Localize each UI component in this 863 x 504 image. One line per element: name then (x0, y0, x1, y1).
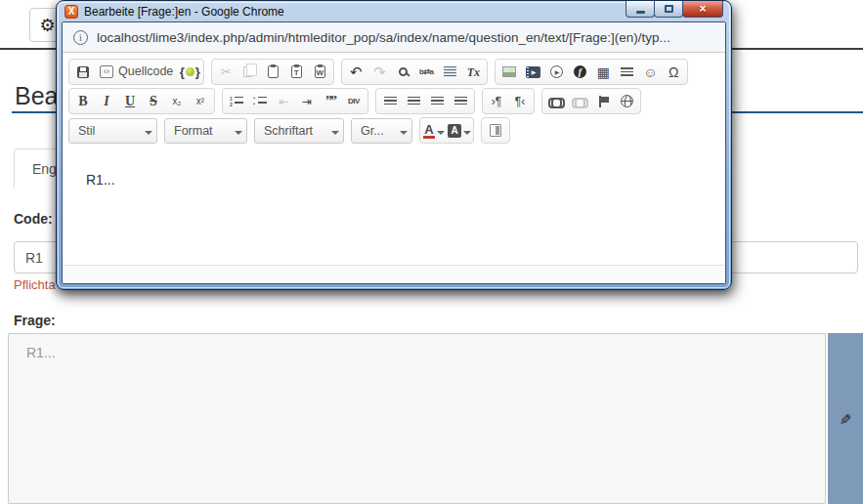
maximize-button[interactable] (654, 1, 683, 18)
media-player-button[interactable] (544, 61, 568, 84)
font-dropdown[interactable]: Schriftart (254, 118, 344, 144)
strikethrough-button[interactable]: S (142, 90, 165, 113)
info-icon[interactable]: i (73, 30, 88, 45)
bg-color-button[interactable]: A (448, 119, 471, 143)
maximize-editor-button[interactable] (484, 119, 507, 143)
style-dropdown[interactable]: Stil (68, 118, 157, 144)
font-dropdown-label: Schriftart (264, 124, 313, 138)
subscript-button[interactable]: x₂ (165, 90, 189, 113)
open-editor-strip[interactable]: ✎ (828, 333, 863, 504)
text-color-icon: A (423, 123, 434, 139)
minimize-button[interactable] (626, 1, 655, 18)
globe-icon (621, 95, 633, 107)
italic-button[interactable]: I (95, 90, 118, 113)
close-button[interactable]: × (682, 1, 723, 18)
chevron-down-icon (331, 131, 339, 139)
outdent-button[interactable]: ⇤ (272, 90, 295, 113)
underline-button[interactable]: U (118, 90, 142, 113)
paste-word-button[interactable] (308, 61, 331, 84)
copy-button[interactable] (237, 61, 261, 84)
image-button[interactable] (497, 61, 521, 84)
paste-text-button[interactable] (284, 61, 308, 84)
cut-button[interactable]: ✂ (214, 61, 237, 84)
smiley-icon: ☺ (643, 65, 657, 79)
image-icon (502, 66, 516, 77)
chevron-down-icon (463, 131, 471, 139)
close-icon: × (699, 2, 706, 16)
numbered-list-button[interactable] (225, 90, 248, 113)
dir-ltr-icon: ›¶ (492, 96, 501, 107)
window-titlebar[interactable]: X Bearbeite [Frage:]en - Google Chrome × (57, 1, 731, 21)
unlink-icon (572, 98, 588, 105)
bullet-list-button[interactable] (248, 90, 272, 113)
horizontal-rule-button[interactable] (615, 61, 638, 84)
source-label: Quellcode (118, 65, 173, 78)
table-button[interactable]: ▦ (591, 61, 615, 84)
paste-button[interactable] (261, 61, 284, 84)
lime-fields-button[interactable] (178, 61, 201, 84)
url-text: localhost/lime3/index.php/admin/htmledit… (97, 30, 670, 45)
align-justify-icon (454, 97, 467, 106)
flash-button[interactable] (568, 61, 591, 84)
div-container-button[interactable]: DIV (342, 90, 366, 113)
source-icon (100, 65, 113, 78)
special-char-button[interactable]: Ω (662, 61, 685, 84)
align-center-button[interactable] (402, 90, 425, 113)
lime-replacement-icon (180, 64, 200, 79)
size-dropdown[interactable]: Gr... (351, 118, 412, 144)
toolbar-row-1: Quellcode ✂ ↶ ↷ b⇄a Tx (68, 59, 719, 85)
dir-rtl-button[interactable]: ¶‹ (508, 90, 532, 113)
replace-icon: b⇄a (419, 68, 434, 76)
horizontal-rule-icon (621, 67, 633, 77)
align-right-icon (431, 97, 444, 106)
smiley-button[interactable]: ☺ (638, 61, 662, 84)
url-bar[interactable]: i localhost/lime3/index.php/admin/htmled… (63, 22, 725, 53)
dir-ltr-button[interactable]: ›¶ (485, 90, 508, 113)
anchor-flag-icon (598, 96, 609, 107)
maximize-icon (665, 5, 673, 13)
source-button[interactable]: Quellcode (95, 61, 178, 84)
indent-icon: ⇥ (302, 96, 312, 107)
link-icon (548, 98, 565, 105)
find-icon (399, 67, 408, 76)
toolbar-row-3: Stil Format Schriftart Gr... A (68, 117, 719, 144)
paste-word-icon (315, 65, 325, 78)
page-title: Bea (15, 82, 58, 110)
group-direction: ›¶ ¶‹ (482, 88, 535, 114)
toolbar-row-2: B I U S x₂ x² ⇤ ⇥ ”” DIV (68, 88, 719, 114)
group-basic-styles: B I U S x₂ x² (68, 88, 215, 114)
editor-content-area[interactable]: R1... (63, 147, 725, 265)
remove-format-button[interactable]: Tx (461, 61, 485, 84)
numbered-list-icon (230, 96, 243, 106)
bold-button[interactable]: B (71, 90, 95, 113)
link-button[interactable] (544, 90, 568, 113)
superscript-button[interactable]: x² (189, 90, 212, 113)
question-textarea[interactable]: R1... (8, 333, 826, 504)
replace-button[interactable]: b⇄a (414, 61, 438, 84)
align-justify-button[interactable] (449, 90, 472, 113)
blockquote-button[interactable]: ”” (319, 90, 342, 113)
text-color-button[interactable]: A (422, 119, 446, 143)
align-left-button[interactable] (378, 90, 402, 113)
save-button[interactable] (71, 61, 95, 84)
chevron-down-icon (437, 131, 445, 139)
indent-button[interactable]: ⇥ (295, 90, 319, 113)
select-all-icon (444, 66, 456, 77)
unlink-button[interactable] (568, 90, 591, 113)
select-all-button[interactable] (438, 61, 461, 84)
undo-button[interactable]: ↶ (344, 61, 367, 84)
find-button[interactable] (391, 61, 414, 84)
align-right-button[interactable] (425, 90, 449, 113)
flash-video-button[interactable] (521, 61, 544, 84)
anchor-button[interactable] (591, 90, 615, 113)
remove-format-icon: Tx (467, 66, 480, 78)
format-dropdown[interactable]: Format (164, 118, 247, 144)
group-tools (481, 117, 510, 144)
superscript-icon: x² (196, 97, 204, 106)
language-button[interactable] (615, 90, 638, 113)
underline-icon: U (125, 95, 135, 108)
bold-icon: B (78, 95, 87, 108)
redo-button[interactable]: ↷ (367, 61, 391, 84)
maximize-editor-icon (490, 124, 501, 137)
table-icon: ▦ (597, 65, 610, 79)
